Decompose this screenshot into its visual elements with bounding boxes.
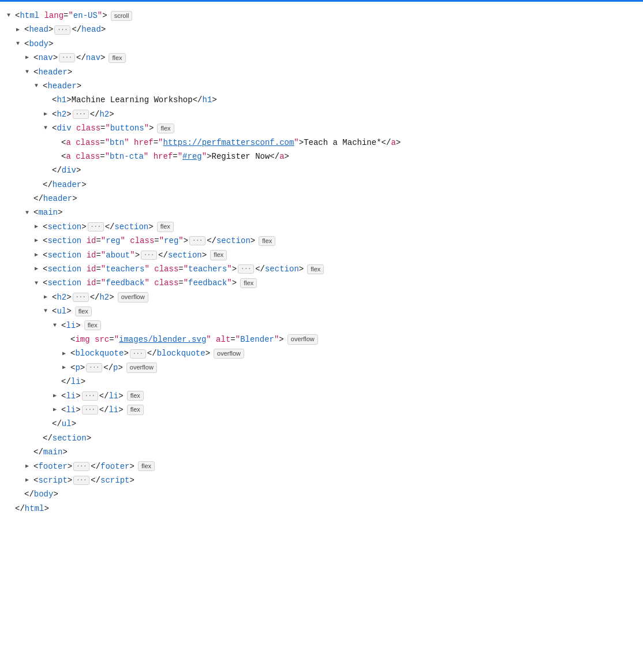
section-feedback-close-line: </section> bbox=[7, 431, 636, 445]
h2-ellipsis[interactable]: ··· bbox=[73, 110, 89, 119]
a-btn-line[interactable]: <a class="btn" href="https://perfmatters… bbox=[7, 136, 636, 150]
li1-close-line: </li> bbox=[7, 375, 636, 389]
h2-feedback-line[interactable]: <h2> ··· </h2> overflow bbox=[7, 290, 636, 304]
badge-li3-flex: flex bbox=[127, 405, 144, 415]
script-ellipsis[interactable]: ··· bbox=[73, 476, 89, 485]
html-open-line[interactable]: <html lang="en-US" > scroll bbox=[7, 9, 636, 23]
li2-line[interactable]: <li> ··· </li> flex bbox=[7, 389, 636, 403]
nav-line[interactable]: <nav> ··· </nav> flex bbox=[7, 51, 636, 65]
body-open-line[interactable]: <body> bbox=[7, 37, 636, 51]
footer-line[interactable]: <footer> ··· </footer> flex bbox=[7, 460, 636, 473]
section-teachers-line[interactable]: <section id="teachers" class="teachers" … bbox=[7, 262, 636, 276]
header-inner-close-line: </header> bbox=[7, 178, 636, 192]
p-line[interactable]: <p> ··· </p> overflow bbox=[7, 361, 636, 375]
head-line[interactable]: <head> ··· </head> bbox=[7, 23, 636, 36]
section-reg-line[interactable]: <section id="reg" class="reg" > ··· </se… bbox=[7, 234, 636, 248]
badge-blockquote-overflow: overflow bbox=[214, 349, 244, 359]
h2-line[interactable]: <h2> ··· </h2> bbox=[7, 107, 636, 121]
section-teachers-ellipsis[interactable]: ··· bbox=[238, 264, 254, 274]
blockquote-triangle[interactable] bbox=[62, 349, 70, 359]
html-inspector: <html lang="en-US" > scroll <head> ··· <… bbox=[0, 6, 643, 518]
header-inner-triangle[interactable] bbox=[35, 81, 43, 91]
nav-ellipsis[interactable]: ··· bbox=[59, 53, 75, 62]
badge-section-reg-flex: flex bbox=[259, 236, 275, 246]
p-ellipsis[interactable]: ··· bbox=[86, 363, 102, 372]
badge-section-teachers-flex: flex bbox=[307, 264, 324, 274]
badge-scroll: scroll bbox=[111, 11, 133, 21]
blockquote-ellipsis[interactable]: ··· bbox=[130, 349, 146, 359]
badge-nav-flex: flex bbox=[109, 53, 125, 63]
badge-li1-flex: flex bbox=[84, 320, 101, 330]
main-triangle[interactable] bbox=[25, 208, 33, 218]
li3-ellipsis[interactable]: ··· bbox=[82, 405, 98, 415]
footer-ellipsis[interactable]: ··· bbox=[73, 462, 89, 471]
li3-triangle[interactable] bbox=[53, 405, 61, 415]
body-triangle[interactable] bbox=[16, 39, 24, 48]
badge-img-overflow: overflow bbox=[287, 334, 318, 344]
section-feedback-open-line[interactable]: <section id="feedback" class="feedback" … bbox=[7, 276, 636, 290]
head-triangle[interactable] bbox=[16, 25, 24, 35]
h2-feedback-ellipsis[interactable]: ··· bbox=[73, 293, 89, 302]
section1-triangle[interactable] bbox=[35, 222, 43, 232]
ul-triangle[interactable] bbox=[44, 307, 52, 316]
header-outer-triangle[interactable] bbox=[25, 68, 33, 77]
header-inner-open-line[interactable]: <header> bbox=[7, 79, 636, 93]
badge-ul-flex: flex bbox=[75, 307, 92, 316]
img-line[interactable]: <img src="images/blender.svg" alt="Blend… bbox=[7, 333, 636, 346]
li1-open-line[interactable]: <li> flex bbox=[7, 319, 636, 333]
nav-triangle[interactable] bbox=[25, 53, 33, 62]
main-open-line[interactable]: <main> bbox=[7, 206, 636, 219]
h2-feedback-triangle[interactable] bbox=[44, 293, 52, 302]
p-triangle[interactable] bbox=[62, 363, 70, 372]
section-about-ellipsis[interactable]: ··· bbox=[141, 251, 157, 260]
badge-footer-flex: flex bbox=[138, 461, 155, 471]
body-close-line: </body> bbox=[7, 487, 636, 501]
header-outer-open-line[interactable]: <header> bbox=[7, 65, 636, 79]
section-about-line[interactable]: <section id="about" > ··· </section> fle… bbox=[7, 248, 636, 262]
section-teachers-triangle[interactable] bbox=[35, 264, 43, 274]
html-close-line: </html> bbox=[7, 502, 636, 516]
script-line[interactable]: <script> ··· </script> bbox=[7, 473, 636, 487]
badge-p-overflow: overflow bbox=[126, 363, 157, 372]
footer-triangle[interactable] bbox=[25, 462, 33, 471]
badge-h2-overflow: overflow bbox=[118, 292, 148, 302]
head-ellipsis[interactable]: ··· bbox=[54, 25, 70, 35]
badge-li2-flex: flex bbox=[127, 391, 144, 401]
header-outer-close-line: </header> bbox=[7, 192, 636, 206]
a-btncta-line[interactable]: <a class="btn-cta" href="#reg" > Registe… bbox=[7, 150, 636, 163]
blockquote-line[interactable]: <blockquote> ··· </blockquote> overflow bbox=[7, 346, 636, 360]
badge-section1-flex: flex bbox=[157, 222, 174, 232]
h1-line[interactable]: <h1> Machine Learning Workshop </h1> bbox=[7, 93, 636, 107]
li1-triangle[interactable] bbox=[53, 321, 61, 330]
badge-div-flex: flex bbox=[157, 124, 174, 133]
badge-section-about-flex: flex bbox=[210, 250, 227, 260]
section-reg-triangle[interactable] bbox=[35, 236, 43, 245]
main-close-line: </main> bbox=[7, 445, 636, 459]
li3-line[interactable]: <li> ··· </li> flex bbox=[7, 403, 636, 417]
li2-triangle[interactable] bbox=[53, 391, 61, 401]
badge-section-feedback-flex: flex bbox=[240, 278, 257, 288]
section-feedback-triangle[interactable] bbox=[35, 279, 43, 288]
script-triangle[interactable] bbox=[25, 476, 33, 485]
li2-ellipsis[interactable]: ··· bbox=[82, 391, 98, 401]
section-about-triangle[interactable] bbox=[35, 251, 43, 260]
div-buttons-open-line[interactable]: <div class="buttons" > flex bbox=[7, 121, 636, 135]
section-reg-ellipsis[interactable]: ··· bbox=[189, 236, 205, 245]
ul-open-line[interactable]: <ul> flex bbox=[7, 304, 636, 318]
ul-close-line: </ul> bbox=[7, 417, 636, 431]
html-triangle[interactable] bbox=[7, 11, 15, 20]
section1-line[interactable]: <section> ··· </section> flex bbox=[7, 220, 636, 234]
section1-ellipsis[interactable]: ··· bbox=[88, 222, 104, 232]
h2-triangle[interactable] bbox=[44, 110, 52, 119]
div-close-line: </div> bbox=[7, 163, 636, 177]
div-buttons-triangle[interactable] bbox=[44, 124, 52, 133]
